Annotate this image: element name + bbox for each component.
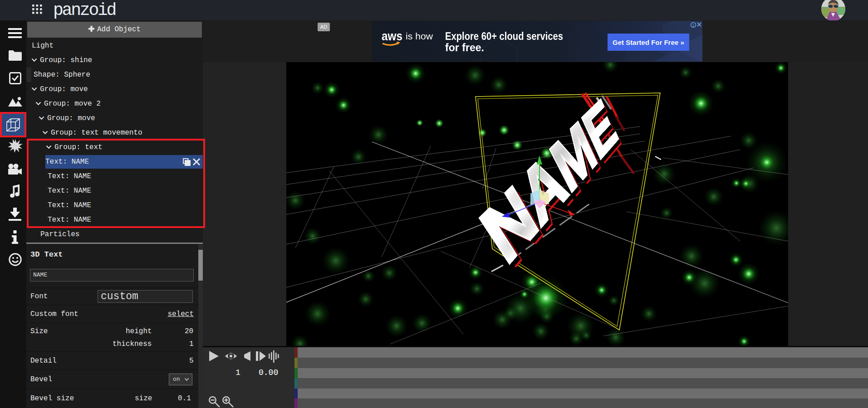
svg-text:aws: aws	[382, 29, 402, 43]
svg-text:i: i	[693, 23, 694, 28]
svg-text:for free.: for free.	[445, 41, 484, 53]
svg-text:is how: is how	[406, 31, 433, 41]
svg-text:Explore 60+ cloud services: Explore 60+ cloud services	[445, 30, 563, 42]
svg-text:Get Started For Free »: Get Started For Free »	[613, 39, 684, 46]
